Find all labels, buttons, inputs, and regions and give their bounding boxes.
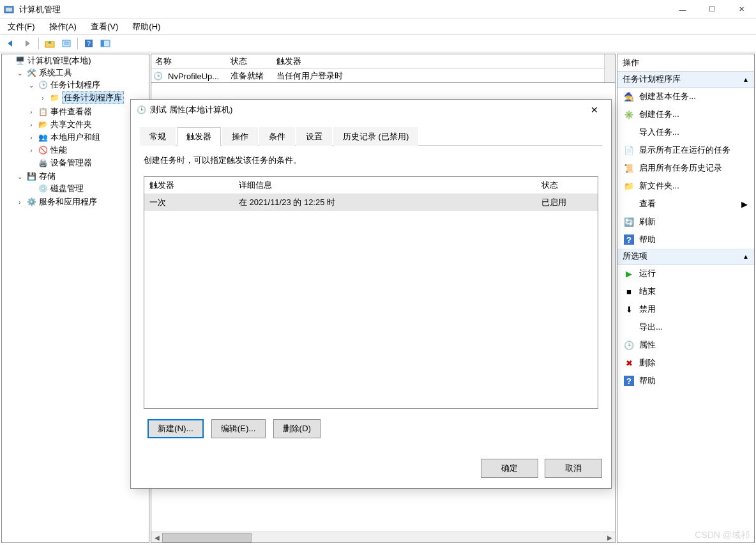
actions-group-tasklib[interactable]: 任务计划程序库▲ [617, 72, 754, 88]
clock-icon: 🕒 [136, 105, 146, 115]
ok-button[interactable]: 确定 [481, 459, 538, 478]
menu-file[interactable]: 文件(F) [5, 20, 38, 34]
tree-system-tools[interactable]: ⌄ 🛠️ 系统工具 [16, 67, 149, 79]
folder-up-icon[interactable] [43, 36, 57, 50]
pane-icon[interactable] [98, 36, 112, 50]
col-trigger[interactable]: 触发器 [276, 56, 611, 67]
tab-general[interactable]: 常规 [140, 127, 176, 146]
tab-hint: 创建任务时，可以指定触发该任务的条件。 [144, 155, 598, 166]
action-export[interactable]: 导出... [617, 318, 754, 336]
help-icon: ? [624, 376, 634, 386]
action-delete[interactable]: ✖删除 [617, 354, 754, 372]
window-title: 计算机管理 [18, 4, 668, 15]
svg-rect-9 [101, 40, 104, 47]
collapse-icon[interactable]: ▲ [743, 253, 749, 260]
perf-icon: 🚫 [38, 145, 48, 155]
action-disable[interactable]: ⬇禁用 [617, 300, 754, 318]
menu-help[interactable]: 帮助(H) [130, 20, 163, 34]
action-view[interactable]: 查看▶ [617, 195, 754, 213]
trigger-list[interactable]: 触发器 详细信息 状态 一次 在 2021/11/23 的 12:25 时 已启… [144, 176, 598, 409]
tools-icon: 🛠️ [26, 68, 36, 78]
hscrollbar[interactable]: ◀▶ [151, 532, 615, 542]
dialog-close-button[interactable]: ✕ [583, 101, 606, 119]
action-help[interactable]: ?帮助 [617, 231, 754, 249]
event-icon: 📋 [38, 107, 48, 117]
delete-icon: ✖ [624, 358, 634, 368]
menu-view[interactable]: 查看(V) [88, 20, 121, 34]
users-icon: 👥 [38, 132, 48, 142]
tab-history[interactable]: 历史记录 (已禁用) [333, 127, 418, 146]
svg-rect-1 [6, 8, 12, 12]
action-properties[interactable]: 🕒属性 [617, 336, 754, 354]
help-icon: ? [624, 234, 634, 245]
action-enable-history[interactable]: 📜启用所有任务历史记录 [617, 159, 754, 177]
forward-icon[interactable] [20, 36, 34, 50]
app-icon [0, 4, 18, 15]
play-icon: ▶ [624, 268, 634, 279]
list-icon: 📄 [624, 145, 634, 155]
submenu-arrow-icon: ▶ [741, 199, 748, 209]
action-refresh[interactable]: 🔄刷新 [617, 213, 754, 231]
delete-trigger-button[interactable]: 删除(D) [273, 419, 321, 438]
tree-pane[interactable]: 🖥️ 计算机管理(本地) ⌄ 🛠️ 系统工具 ⌄ [1, 54, 149, 543]
back-icon[interactable] [4, 36, 18, 50]
trigger-row[interactable]: 一次 在 2021/11/23 的 12:25 时 已启用 [144, 194, 598, 211]
tab-triggers[interactable]: 触发器 [177, 127, 221, 146]
actions-pane: 操作 任务计划程序库▲ 🧙创建基本任务... ✳️创建任务... 导入任务...… [617, 54, 755, 543]
cancel-button[interactable]: 取消 [545, 459, 602, 478]
col-name[interactable]: 名称 [155, 56, 231, 67]
action-new-folder[interactable]: 📁新文件夹... [617, 177, 754, 195]
trigcol-status[interactable]: 状态 [541, 180, 593, 191]
maximize-button[interactable]: ☐ [697, 0, 727, 19]
actions-group-selected[interactable]: 所选项▲ [617, 249, 754, 265]
tree-root[interactable]: 🖥️ 计算机管理(本地) [4, 55, 149, 66]
help-icon[interactable]: ? [82, 36, 96, 50]
close-button[interactable]: ✕ [727, 0, 756, 19]
tree-storage[interactable]: ⌄ 💾 存储 [16, 171, 149, 182]
tab-actions[interactable]: 操作 [222, 127, 258, 146]
disk-icon: 💿 [38, 183, 48, 194]
collapse-icon[interactable]: ▲ [743, 76, 749, 83]
watermark: CSDN @域祁 [695, 530, 750, 541]
toolbar: ? [0, 35, 756, 52]
dialog-title: 测试 属性(本地计算机) [146, 104, 583, 116]
services-icon: ⚙️ [26, 197, 36, 207]
task-row[interactable]: 🕒NvProfileUp... 准备就绪 当任何用户登录时 [151, 69, 615, 83]
tree-services[interactable]: ›⚙️服务和应用程序 [16, 196, 149, 208]
tab-conditions[interactable]: 条件 [259, 127, 295, 146]
dialog-titlebar[interactable]: 🕒 测试 属性(本地计算机) ✕ [131, 100, 611, 120]
new-trigger-button[interactable]: 新建(N)... [147, 419, 204, 438]
storage-icon: 💾 [26, 171, 36, 181]
menubar: 文件(F) 操作(A) 查看(V) 帮助(H) [0, 19, 756, 35]
tab-settings[interactable]: 设置 [296, 127, 332, 146]
action-show-running[interactable]: 📄显示所有正在运行的任务 [617, 141, 754, 159]
task-list[interactable]: 名称 状态 触发器 🕒NvProfileUp... 准备就绪 当任何用户登录时 [151, 54, 616, 83]
menu-action[interactable]: 操作(A) [47, 20, 79, 34]
wizard-icon: 🧙 [624, 91, 634, 102]
vscrollbar[interactable] [604, 54, 615, 82]
trigcol-detail[interactable]: 详细信息 [239, 180, 541, 191]
clock-icon: 🕒 [155, 71, 165, 81]
device-icon: 🖨️ [38, 158, 48, 168]
action-help2[interactable]: ?帮助 [617, 372, 754, 390]
folder-icon: 📁 [49, 93, 59, 103]
action-end[interactable]: ■结束 [617, 282, 754, 300]
folder-icon: 📁 [624, 181, 634, 191]
refresh-icon: 🔄 [624, 217, 634, 227]
action-create-basic-task[interactable]: 🧙创建基本任务... [617, 88, 754, 105]
properties-icon[interactable] [59, 36, 73, 50]
edit-trigger-button[interactable]: 编辑(E)... [211, 419, 266, 438]
action-run[interactable]: ▶运行 [617, 265, 754, 282]
share-icon: 📂 [38, 119, 48, 130]
tree-root-label: 计算机管理(本地) [27, 55, 91, 66]
trigcol-trigger[interactable]: 触发器 [149, 180, 239, 191]
action-import-task[interactable]: 导入任务... [617, 123, 754, 141]
col-status[interactable]: 状态 [231, 56, 276, 67]
props-icon: 🕒 [624, 340, 634, 350]
clock-icon: 🕒 [38, 80, 48, 90]
export-icon [624, 322, 634, 332]
minimize-button[interactable]: — [668, 0, 697, 19]
dialog-tabs: 常规 触发器 操作 条件 设置 历史记录 (已禁用) [140, 127, 602, 146]
action-create-task[interactable]: ✳️创建任务... [617, 105, 754, 123]
tree-task-scheduler[interactable]: ⌄ 🕒 任务计划程序 [27, 79, 149, 91]
